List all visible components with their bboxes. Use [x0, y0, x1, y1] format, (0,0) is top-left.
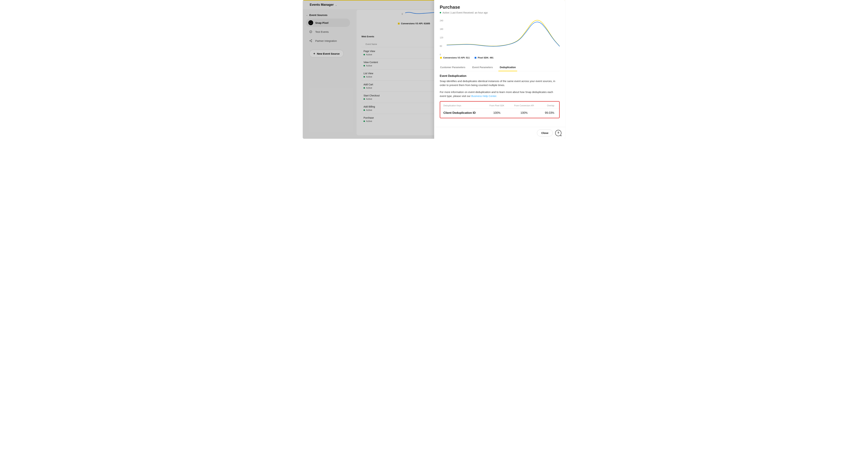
- dedup-table: Deduplication Keys From Pixel SDK From C…: [440, 103, 559, 117]
- legend-swatch-blue: [475, 57, 476, 59]
- cell-api: 100%: [509, 109, 539, 117]
- th-from-api: From Conversion API: [509, 103, 539, 109]
- chart-ytick: 240: [440, 20, 443, 22]
- tab-event-parameters[interactable]: Event Parameters: [472, 64, 493, 71]
- legend-item-capi: Conversions V3 API: 511: [440, 56, 470, 59]
- chart-series-line: [447, 22, 560, 46]
- help-icon[interactable]: ?: [555, 130, 561, 136]
- help-center-link[interactable]: Business Help Center.: [471, 95, 497, 98]
- close-button[interactable]: Close: [537, 130, 553, 136]
- th-from-sdk: From Pixel SDK: [485, 103, 509, 109]
- status-dot-icon: [440, 12, 441, 13]
- chart-legend: Conversions V3 API: 511 Pixel SDK: 491: [440, 56, 560, 59]
- panel-footer: Close ?: [434, 127, 565, 139]
- cell-sdk: 100%: [485, 109, 509, 117]
- tab-deduplication[interactable]: Deduplication: [499, 64, 516, 71]
- dedup-row: Client Deduplication ID 100% 100% 99.03%: [440, 109, 559, 117]
- dedup-desc-2: For more information on event deduplicat…: [440, 90, 560, 98]
- dedup-heading: Event Deduplication: [440, 74, 560, 77]
- dedup-table-highlight: Deduplication Keys From Pixel SDK From C…: [440, 101, 560, 118]
- th-keys: Deduplication Keys: [440, 103, 485, 109]
- legend-swatch-yellow: [440, 57, 442, 59]
- chart-ytick: 0: [440, 54, 441, 56]
- chart-ytick: 120: [440, 36, 443, 39]
- legend-item-sdk: Pixel SDK: 491: [475, 56, 494, 59]
- panel-status: Active | Last Event Received: an hour ag…: [440, 11, 560, 14]
- side-panel: Purchase Active | Last Event Received: a…: [434, 0, 565, 139]
- cell-overlap: 99.03%: [539, 109, 559, 117]
- chart-series-line: [447, 20, 560, 46]
- panel-status-text: Active | Last Event Received: an hour ag…: [442, 11, 488, 14]
- th-overlap: Overlap: [539, 103, 559, 109]
- legend-text: Conversions V3 API: 511: [443, 56, 470, 59]
- legend-text: Pixel SDK: 491: [478, 56, 494, 59]
- cell-key: Client Deduplication ID: [440, 109, 485, 117]
- chart: 060120180240: [440, 16, 560, 55]
- chart-ytick: 60: [440, 45, 442, 47]
- tabs: Customer Parameters Event Parameters Ded…: [440, 64, 560, 71]
- chart-ytick: 180: [440, 28, 443, 30]
- line-chart: [447, 16, 560, 51]
- panel-title: Purchase: [440, 4, 560, 10]
- dedup-desc-1: Snap identifies and deduplicates identic…: [440, 79, 560, 87]
- tab-customer-parameters[interactable]: Customer Parameters: [440, 64, 466, 71]
